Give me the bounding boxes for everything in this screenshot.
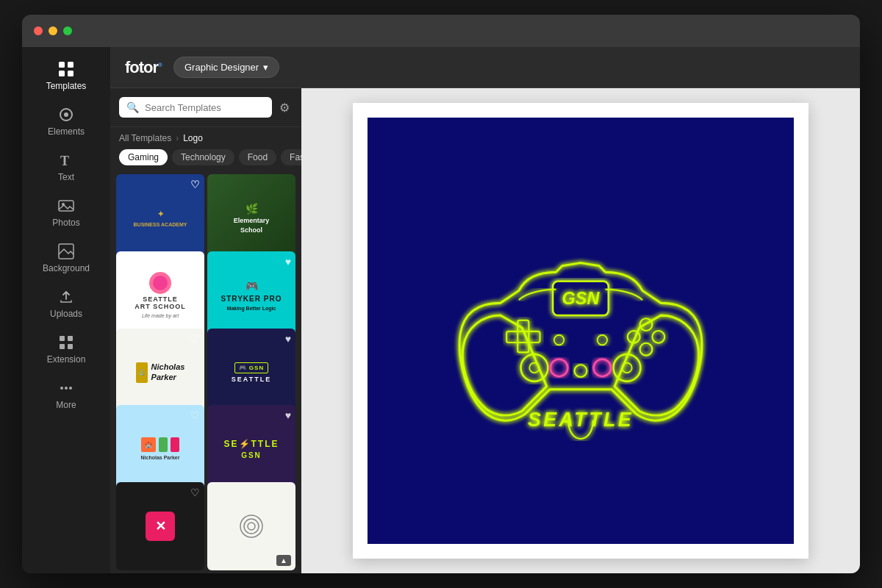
svg-rect-3: [68, 71, 74, 76]
svg-rect-7: [59, 201, 74, 211]
minimize-button[interactable]: [49, 26, 57, 35]
svg-point-14: [60, 387, 63, 390]
category-tabs: Gaming Technology Food Fashion: [110, 149, 301, 171]
photos-icon: [57, 197, 75, 215]
sidebar-item-label: Photos: [52, 218, 79, 228]
sidebar-item-uploads[interactable]: Uploads: [29, 281, 103, 326]
sidebar-item-label: More: [56, 400, 76, 410]
template-card-9[interactable]: ✕ ♡: [116, 482, 204, 570]
template-card-7[interactable]: 🏰 Nicholas Parker ♡: [116, 405, 204, 493]
template-card-6[interactable]: 🎮 GSN SEATTLE ♥: [207, 329, 295, 417]
chevron-down-icon: ▾: [263, 62, 268, 73]
template-card-5[interactable]: ⚓ Nicholas Parker ♡: [116, 329, 204, 417]
elements-icon: [57, 106, 75, 123]
controller-illustration: GSN: [426, 191, 735, 470]
scroll-up-button[interactable]: ▲: [276, 555, 291, 566]
favorite-icon[interactable]: ♡: [190, 487, 200, 498]
filter-button[interactable]: ⚙: [276, 101, 293, 115]
templates-grid: ✦ BUSINESS ACADEMY ♡ 🌿 Elementary School: [110, 171, 301, 573]
svg-text:SEATTLE: SEATTLE: [528, 409, 634, 431]
favorite-icon[interactable]: ♥: [285, 256, 291, 268]
svg-rect-11: [68, 336, 73, 341]
svg-point-27: [640, 343, 653, 356]
titlebar: [22, 15, 860, 47]
canvas-area: GSN: [301, 88, 860, 573]
category-tab-fashion[interactable]: Fashion: [281, 149, 301, 165]
breadcrumb-separator: ›: [176, 133, 179, 143]
more-icon: [57, 379, 75, 397]
app-selector-label: Graphic Designer: [184, 62, 259, 73]
svg-rect-12: [60, 344, 65, 349]
category-tab-gaming[interactable]: Gaming: [119, 149, 168, 165]
text-icon: T: [57, 151, 75, 169]
svg-point-29: [598, 335, 607, 345]
canvas-content[interactable]: GSN: [368, 118, 794, 544]
svg-point-18: [244, 519, 259, 534]
sidebar-item-more[interactable]: More: [29, 372, 103, 417]
sidebar-item-extension[interactable]: Extension: [29, 326, 103, 372]
favorite-icon[interactable]: ♡: [190, 256, 200, 268]
svg-rect-0: [59, 62, 65, 68]
favorite-icon[interactable]: ♡: [190, 409, 200, 421]
template-card-2[interactable]: 🌿 Elementary School: [207, 174, 295, 262]
template-card-8[interactable]: SE⚡TTLE GSN ♥: [207, 405, 295, 493]
sidebar-item-templates[interactable]: Templates: [29, 53, 103, 98]
search-icon: 🔍: [126, 101, 139, 113]
app-window: Templates Elements T Text: [22, 15, 860, 573]
sidebar-item-background[interactable]: Background: [29, 235, 103, 281]
svg-rect-1: [68, 62, 74, 68]
breadcrumb: All Templates › Logo: [110, 127, 301, 149]
breadcrumb-parent[interactable]: All Templates: [119, 133, 171, 143]
sidebar-item-label: Text: [58, 172, 74, 182]
svg-point-34: [551, 359, 568, 377]
svg-point-19: [248, 523, 255, 530]
category-tab-food[interactable]: Food: [239, 149, 276, 165]
svg-point-15: [65, 387, 68, 390]
svg-point-36: [594, 359, 612, 377]
svg-point-35: [575, 365, 587, 377]
search-box: 🔍: [119, 97, 272, 118]
favorite-icon[interactable]: ♡: [190, 333, 200, 345]
favorite-icon[interactable]: ♡: [190, 179, 200, 190]
app-body: Templates Elements T Text: [22, 47, 860, 573]
breadcrumb-current: Logo: [183, 133, 203, 143]
svg-text:T: T: [60, 154, 69, 168]
uploads-icon: [57, 288, 75, 306]
panel-search-area: 🔍 ⚙: [110, 88, 301, 127]
svg-rect-2: [59, 71, 65, 76]
canvas-wrapper: GSN: [353, 103, 808, 559]
template-card-10[interactable]: ▲: [207, 482, 295, 570]
svg-point-28: [554, 335, 564, 345]
grid-icon: [57, 60, 75, 78]
svg-text:GSN: GSN: [562, 289, 600, 308]
sidebar-item-elements[interactable]: Elements: [29, 98, 103, 144]
maximize-button[interactable]: [63, 26, 72, 35]
template-card-1[interactable]: ✦ BUSINESS ACADEMY ♡: [116, 174, 204, 262]
template-card-4[interactable]: 🎮 STRYKER PRO Making Better Logic ♥: [207, 251, 295, 340]
svg-point-5: [64, 112, 68, 117]
sidebar-item-label: Uploads: [50, 309, 82, 319]
template-card-3[interactable]: SEATTLE ART SCHOOL Life made by art ♡: [116, 251, 204, 340]
sidebar-item-label: Extension: [47, 354, 86, 365]
templates-panel: 🔍 ⚙ All Templates › Logo: [110, 88, 301, 573]
sidebar-item-label: Elements: [48, 126, 85, 137]
sidebar-item-text[interactable]: T Text: [29, 144, 103, 190]
traffic-lights: [34, 26, 72, 35]
favorite-icon[interactable]: ♥: [285, 409, 291, 421]
sidebar-item-label: Templates: [46, 81, 87, 91]
sidebar-item-label: Background: [43, 263, 90, 273]
topbar: fotor® Graphic Designer ▾: [110, 47, 860, 88]
sidebar-item-photos[interactable]: Photos: [29, 190, 103, 235]
svg-rect-10: [60, 336, 65, 341]
search-input[interactable]: [145, 102, 265, 113]
category-tab-technology[interactable]: Technology: [172, 149, 234, 165]
svg-rect-13: [68, 344, 73, 349]
svg-point-16: [69, 387, 72, 390]
close-button[interactable]: [34, 26, 43, 35]
app-selector-dropdown[interactable]: Graphic Designer ▾: [173, 57, 279, 78]
extension-icon: [57, 334, 75, 351]
favorite-icon[interactable]: ♥: [285, 333, 291, 345]
app-logo: fotor®: [125, 58, 162, 77]
panel-area: 🔍 ⚙ All Templates › Logo: [110, 88, 860, 573]
svg-point-25: [652, 331, 664, 343]
